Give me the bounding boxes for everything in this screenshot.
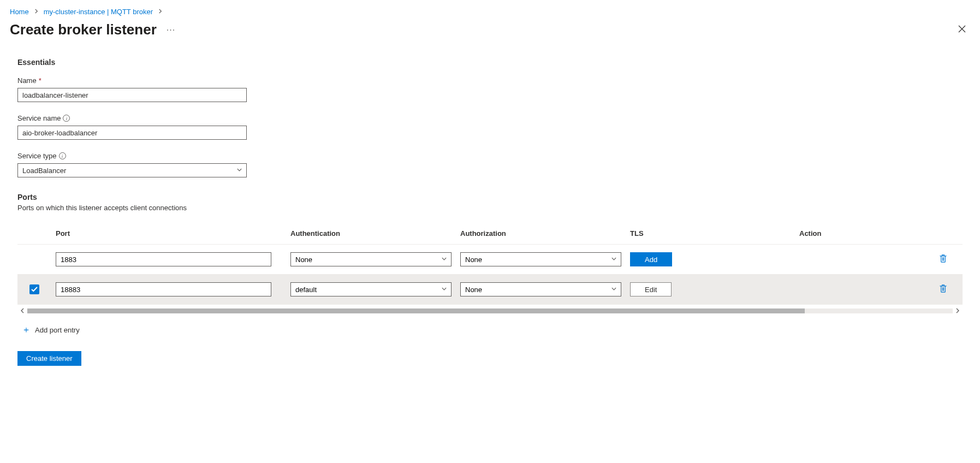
add-port-entry-label: Add port entry [35,326,80,334]
column-tls: TLS [626,224,795,245]
create-listener-button[interactable]: Create listener [17,351,81,366]
close-button[interactable] [954,22,970,38]
horizontal-scrollbar[interactable] [17,307,963,314]
ports-header: Ports [17,193,963,201]
authorization-select[interactable] [460,252,621,266]
delete-row-button[interactable] [939,284,947,293]
service-name-field: Service name i [17,114,963,140]
column-port: Port [51,224,286,245]
plus-icon: ＋ [22,324,31,336]
breadcrumb-sep-2 [157,8,163,16]
ports-table-area: Port Authentication Authorization TLS Ac… [17,224,963,336]
column-authentication: Authentication [286,224,456,245]
essentials-header: Essentials [17,58,963,67]
breadcrumb-sep-1 [33,8,39,16]
add-port-entry-button[interactable]: ＋ Add port entry [17,324,963,336]
name-label: Name * [17,76,963,85]
authorization-select[interactable] [460,282,621,296]
service-type-field: Service type i [17,152,963,177]
name-input[interactable] [17,88,247,102]
service-type-label: Service type i [17,152,963,160]
service-name-label: Service name i [17,114,963,122]
scroll-left-icon[interactable] [20,307,25,315]
page-title: Create broker listener [10,21,157,38]
row-checkbox-cell[interactable] [17,275,51,305]
info-icon[interactable]: i [63,115,70,122]
name-field: Name * [17,76,963,102]
breadcrumb-instance[interactable]: my-cluster-instance | MQTT broker [44,8,153,16]
ports-description: Ports on which this listener accepts cli… [17,204,963,212]
column-action: Action [795,224,963,245]
breadcrumb: Home my-cluster-instance | MQTT broker [0,0,980,19]
tls-edit-button[interactable]: Edit [630,282,672,296]
service-name-input[interactable] [17,126,247,140]
ports-table: Port Authentication Authorization TLS Ac… [17,224,963,305]
table-row: Add [17,245,963,275]
breadcrumb-home[interactable]: Home [10,8,29,16]
authentication-select[interactable] [290,282,452,296]
port-input[interactable] [56,252,271,266]
table-row: Edit [17,275,963,305]
scroll-track[interactable] [27,308,953,313]
footer: Create listener [17,336,963,366]
checkbox-checked-icon[interactable] [29,284,39,294]
port-input[interactable] [56,282,271,296]
scroll-right-icon[interactable] [955,307,960,315]
row-checkbox-cell[interactable] [17,245,51,275]
scroll-thumb[interactable] [27,308,805,313]
tls-add-button[interactable]: Add [630,252,672,266]
authentication-select[interactable] [290,252,452,266]
column-authorization: Authorization [456,224,626,245]
service-type-select[interactable] [17,163,247,177]
required-indicator: * [39,76,41,85]
content-area: Essentials Name * Service name i Service… [0,45,980,379]
info-icon[interactable]: i [59,152,66,159]
title-row: Create broker listener ··· [0,19,980,45]
column-check [17,224,51,245]
delete-row-button[interactable] [939,254,947,263]
more-actions-button[interactable]: ··· [167,25,175,35]
